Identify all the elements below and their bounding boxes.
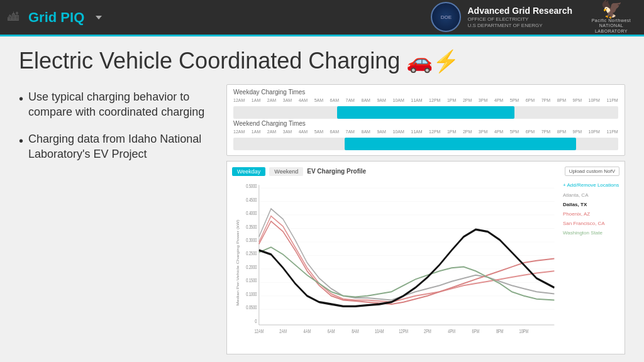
chart-title: EV Charging Profile <box>307 168 560 175</box>
weekend-bar <box>233 138 618 150</box>
logo: Grid PIQ <box>23 7 89 28</box>
pnnl-text-line2: NATIONAL LABORATORY <box>586 23 636 34</box>
bullet-item-2: • Charging data from Idaho National Labo… <box>19 131 214 162</box>
main-slide: Electric Vehicle Coordinated Charging 🚗⚡… <box>0 36 644 362</box>
svg-text:2AM: 2AM <box>279 329 287 334</box>
header-right: DOE Advanced Grid Research OFFICE OF ELE… <box>431 1 636 34</box>
bullet-dot-1: • <box>19 90 23 107</box>
eagle-icon: 🦅 <box>601 1 623 18</box>
slide-title: Electric Vehicle Coordinated Charging 🚗⚡ <box>19 48 625 74</box>
svg-text:0.1000: 0.1000 <box>246 292 257 297</box>
bullet-text-2: Charging data from Idaho National Labora… <box>28 131 214 162</box>
org-office: OFFICE OF ELECTRICITY <box>467 16 528 23</box>
svg-text:10PM: 10PM <box>519 329 529 334</box>
svg-text:0.0500: 0.0500 <box>246 305 257 310</box>
legend-phoenix[interactable]: Phoenix, AZ <box>563 211 619 217</box>
chart-svg-area: 0.5000 0.4500 0.4000 0.3500 0.3000 0.250… <box>232 180 558 346</box>
weekday-bar-fill <box>337 106 514 119</box>
svg-text:0.4500: 0.4500 <box>246 197 257 202</box>
header-left: 🏙 Grid PIQ <box>8 7 103 28</box>
weekday-time-labels: 12AM1AM2AM3AM4AM5AM6AM7AM8AM9AM10AM11AM1… <box>233 98 618 102</box>
weekend-charging-title: Weekend Charging Times <box>233 120 618 127</box>
svg-text:12PM: 12PM <box>399 329 408 334</box>
svg-text:0.3000: 0.3000 <box>246 238 257 243</box>
city-skyline-icon: 🏙 <box>8 11 18 24</box>
chart-body: 0.5000 0.4500 0.4000 0.3500 0.3000 0.250… <box>232 180 619 346</box>
svg-text:10AM: 10AM <box>375 329 384 334</box>
svg-marker-0 <box>96 16 102 19</box>
svg-text:6PM: 6PM <box>472 329 480 334</box>
chart-legend: + Add/Remove Locations Atlanta, CA Dalla… <box>563 180 619 346</box>
bullet-list: • Use typical charging behavior to compa… <box>19 84 214 354</box>
legend-atlanta[interactable]: Atlanta, CA <box>563 192 619 199</box>
legend-sf[interactable]: San Francisco, CA <box>563 220 619 227</box>
pnnl-text-line1: Pacific Northwest <box>592 18 631 23</box>
legend-dallas[interactable]: Dallas, TX <box>563 201 619 208</box>
pnnl-logo: 🦅 Pacific Northwest NATIONAL LABORATORY <box>586 1 636 34</box>
right-panel: Weekday Charging Times 12AM1AM2AM3AM4AM5… <box>226 84 625 354</box>
org-dept: U.S DEPARTMENT OF ENERGY <box>467 23 542 29</box>
upload-button[interactable]: Upload custom NofV <box>565 167 619 176</box>
bullet-dot-2: • <box>19 133 23 150</box>
ev-car-icon: 🚗⚡ <box>406 48 459 74</box>
svg-text:6AM: 6AM <box>328 329 335 334</box>
svg-text:0.2500: 0.2500 <box>246 251 257 256</box>
phoenix-line <box>259 216 555 302</box>
svg-text:0.3500: 0.3500 <box>246 224 257 229</box>
weekend-time-labels: 12AM1AM2AM3AM4AM5AM6AM7AM8AM9AM10AM11AM1… <box>233 129 618 134</box>
chart-header: Weekday Weekend EV Charging Profile Uplo… <box>232 167 619 176</box>
svg-text:8AM: 8AM <box>352 329 359 334</box>
org-info: Advanced Grid Research OFFICE OF ELECTRI… <box>467 6 572 30</box>
ev-charging-chart: 0.5000 0.4500 0.4000 0.3500 0.3000 0.250… <box>232 180 558 346</box>
title-text: Electric Vehicle Coordinated Charging <box>19 48 400 74</box>
svg-text:0.5000: 0.5000 <box>246 184 257 189</box>
dropdown-icon[interactable] <box>94 13 103 22</box>
legend-washington[interactable]: Washington State <box>563 229 619 236</box>
tab-weekday[interactable]: Weekday <box>232 167 265 176</box>
svg-text:12AM: 12AM <box>254 329 264 334</box>
svg-text:0.4000: 0.4000 <box>246 211 257 216</box>
svg-text:0: 0 <box>255 319 257 324</box>
doe-badge: DOE <box>431 2 461 32</box>
charging-times-panel: Weekday Charging Times 12AM1AM2AM3AM4AM5… <box>226 84 625 156</box>
svg-text:0.1500: 0.1500 <box>246 278 257 283</box>
add-remove-locations[interactable]: + Add/Remove Locations <box>563 182 619 188</box>
svg-text:4PM: 4PM <box>448 329 455 334</box>
tab-weekend[interactable]: Weekend <box>269 167 303 176</box>
chart-panel: Weekday Weekend EV Charging Profile Uplo… <box>226 161 625 354</box>
weekend-bar-fill <box>345 138 575 150</box>
header: 🏙 Grid PIQ DOE Advanced Grid Research OF… <box>0 0 644 36</box>
svg-text:Median Per-Vehicle Charging Po: Median Per-Vehicle Charging Power (kW) <box>236 219 240 305</box>
weekday-bar <box>233 106 618 119</box>
org-title: Advanced Grid Research <box>467 6 572 16</box>
bullet-item-1: • Use typical charging behavior to compa… <box>19 89 214 120</box>
svg-text:8PM: 8PM <box>496 329 504 334</box>
weekday-charging-title: Weekday Charging Times <box>233 89 618 96</box>
svg-text:4AM: 4AM <box>304 329 311 334</box>
bullet-text-1: Use typical charging behavior to compare… <box>28 89 214 120</box>
svg-text:0.2000: 0.2000 <box>246 265 257 270</box>
content-area: • Use typical charging behavior to compa… <box>19 84 625 354</box>
logo-suffix: PIQ <box>57 9 84 25</box>
atlanta-line <box>259 209 555 300</box>
logo-highlight: Grid <box>28 9 57 25</box>
svg-text:2PM: 2PM <box>424 329 431 334</box>
